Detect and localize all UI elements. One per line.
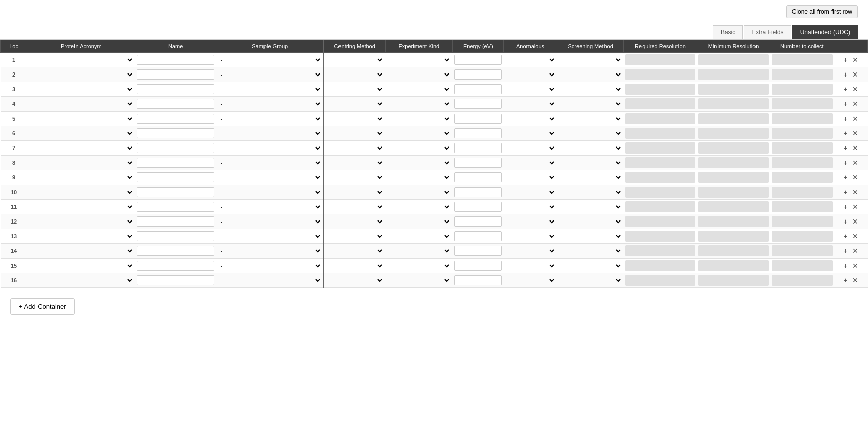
required-resolution-cell[interactable]	[624, 200, 697, 214]
protein-select[interactable]	[29, 128, 134, 138]
number-to-collect-cell[interactable]	[770, 214, 834, 229]
protein-cell[interactable]	[27, 97, 135, 112]
experiment-cell[interactable]	[385, 244, 452, 259]
protein-select[interactable]	[29, 187, 134, 197]
protein-select[interactable]	[29, 216, 134, 227]
required-resolution-input[interactable]	[625, 245, 696, 256]
number-to-collect-input[interactable]	[772, 275, 833, 286]
sample-select[interactable]: -	[217, 216, 322, 227]
energy-input[interactable]	[454, 69, 502, 80]
name-input[interactable]	[137, 114, 215, 124]
centring-select[interactable]	[326, 187, 384, 197]
minimum-resolution-input[interactable]	[698, 69, 769, 80]
centring-cell[interactable]	[324, 141, 385, 156]
centring-cell[interactable]	[324, 244, 385, 259]
centring-cell[interactable]	[324, 67, 385, 82]
protein-select[interactable]	[29, 99, 134, 109]
experiment-cell[interactable]	[385, 82, 452, 97]
energy-input[interactable]	[454, 216, 502, 227]
name-input[interactable]	[137, 216, 215, 227]
required-resolution-cell[interactable]	[624, 273, 697, 288]
anomalous-cell[interactable]	[503, 244, 557, 259]
name-cell[interactable]	[135, 170, 216, 185]
anomalous-select[interactable]	[505, 187, 555, 197]
anomalous-cell[interactable]	[503, 82, 557, 97]
anomalous-select[interactable]	[505, 172, 555, 182]
minimum-resolution-input[interactable]	[698, 245, 769, 256]
energy-cell[interactable]	[452, 200, 503, 214]
minimum-resolution-cell[interactable]	[697, 112, 770, 126]
experiment-select[interactable]	[387, 158, 451, 168]
required-resolution-cell[interactable]	[624, 97, 697, 112]
remove-row-button[interactable]: ✕	[851, 276, 860, 284]
energy-cell[interactable]	[452, 126, 503, 141]
minimum-resolution-input[interactable]	[698, 128, 769, 139]
required-resolution-input[interactable]	[625, 84, 696, 95]
add-row-button[interactable]: +	[842, 115, 849, 123]
name-input[interactable]	[137, 143, 215, 153]
experiment-select[interactable]	[387, 114, 451, 124]
sample-select[interactable]: -	[217, 69, 322, 80]
required-resolution-cell[interactable]	[624, 229, 697, 244]
protein-select[interactable]	[29, 55, 134, 65]
experiment-cell[interactable]	[385, 156, 452, 170]
name-cell[interactable]	[135, 229, 216, 244]
add-row-button[interactable]: +	[842, 232, 849, 240]
anomalous-select[interactable]	[505, 69, 555, 80]
centring-cell[interactable]	[324, 97, 385, 112]
experiment-select[interactable]	[387, 84, 451, 94]
add-row-button[interactable]: +	[842, 144, 849, 152]
centring-cell[interactable]	[324, 170, 385, 185]
name-cell[interactable]	[135, 156, 216, 170]
screening-cell[interactable]	[557, 214, 624, 229]
screening-cell[interactable]	[557, 259, 624, 273]
number-to-collect-cell[interactable]	[770, 53, 834, 67]
anomalous-cell[interactable]	[503, 170, 557, 185]
anomalous-cell[interactable]	[503, 67, 557, 82]
screening-select[interactable]	[559, 172, 622, 182]
name-input[interactable]	[137, 84, 215, 94]
sample-select[interactable]: -	[217, 261, 322, 271]
screening-select[interactable]	[559, 143, 622, 153]
sample-cell[interactable]: -	[216, 200, 324, 214]
number-to-collect-input[interactable]	[772, 54, 833, 65]
anomalous-select[interactable]	[505, 84, 555, 94]
protein-cell[interactable]	[27, 244, 135, 259]
sample-select[interactable]: -	[217, 275, 322, 285]
screening-cell[interactable]	[557, 185, 624, 200]
anomalous-cell[interactable]	[503, 185, 557, 200]
remove-row-button[interactable]: ✕	[851, 203, 860, 211]
energy-cell[interactable]	[452, 273, 503, 288]
minimum-resolution-cell[interactable]	[697, 273, 770, 288]
number-to-collect-cell[interactable]	[770, 200, 834, 214]
screening-cell[interactable]	[557, 141, 624, 156]
screening-cell[interactable]	[557, 170, 624, 185]
screening-select[interactable]	[559, 261, 622, 271]
anomalous-select[interactable]	[505, 99, 555, 109]
name-cell[interactable]	[135, 112, 216, 126]
tab-extra-fields[interactable]: Extra Fields	[744, 25, 791, 39]
energy-input[interactable]	[454, 246, 502, 256]
screening-cell[interactable]	[557, 244, 624, 259]
anomalous-select[interactable]	[505, 246, 555, 256]
sample-cell[interactable]: -	[216, 170, 324, 185]
experiment-select[interactable]	[387, 99, 451, 109]
name-cell[interactable]	[135, 185, 216, 200]
energy-cell[interactable]	[452, 170, 503, 185]
sample-cell[interactable]: -	[216, 67, 324, 82]
remove-row-button[interactable]: ✕	[851, 159, 860, 167]
number-to-collect-input[interactable]	[772, 157, 833, 168]
protein-select[interactable]	[29, 231, 134, 241]
screening-select[interactable]	[559, 84, 622, 94]
anomalous-select[interactable]	[505, 275, 555, 285]
name-cell[interactable]	[135, 200, 216, 214]
sample-select[interactable]: -	[217, 84, 322, 94]
anomalous-cell[interactable]	[503, 141, 557, 156]
centring-select[interactable]	[326, 55, 384, 65]
energy-cell[interactable]	[452, 259, 503, 273]
protein-cell[interactable]	[27, 200, 135, 214]
minimum-resolution-cell[interactable]	[697, 229, 770, 244]
screening-cell[interactable]	[557, 97, 624, 112]
anomalous-select[interactable]	[505, 261, 555, 271]
centring-select[interactable]	[326, 99, 384, 109]
